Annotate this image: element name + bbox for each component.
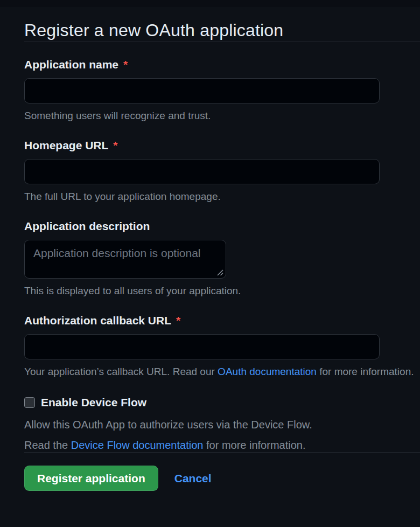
- textarea-resize-handle-icon[interactable]: [216, 268, 225, 277]
- device-flow-description: Allow this OAuth App to authorize users …: [24, 418, 420, 432]
- device-flow-section: Enable Device Flow Allow this OAuth App …: [24, 396, 420, 452]
- device-flow-docs-note: Read the Device Flow documentation for m…: [24, 439, 420, 452]
- callback-url-input[interactable]: [24, 334, 380, 359]
- callback-url-helper-suffix: for more information.: [317, 366, 414, 377]
- title-divider: [24, 41, 420, 41]
- enable-device-flow-row: Enable Device Flow: [24, 396, 420, 409]
- callback-url-helper-prefix: Your application’s callback URL. Read ou…: [24, 366, 218, 377]
- cancel-button[interactable]: Cancel: [174, 472, 212, 485]
- required-asterisk: *: [176, 314, 180, 328]
- required-asterisk: *: [113, 138, 117, 152]
- oauth-documentation-link[interactable]: OAuth documentation: [218, 366, 317, 377]
- homepage-url-label: Homepage URL *: [24, 138, 420, 152]
- page-title: Register a new OAuth application: [24, 19, 420, 41]
- actions-divider: [24, 452, 420, 453]
- homepage-url-label-text: Homepage URL: [24, 138, 108, 152]
- enable-device-flow-label[interactable]: Enable Device Flow: [41, 396, 146, 409]
- callback-url-label: Authorization callback URL *: [24, 314, 420, 328]
- callback-url-label-text: Authorization callback URL: [24, 314, 171, 328]
- application-description-label-text: Application description: [24, 219, 150, 233]
- application-description-label: Application description: [24, 219, 420, 233]
- callback-url-helper: Your application’s callback URL. Read ou…: [24, 365, 420, 378]
- homepage-url-helper: The full URL to your application homepag…: [24, 190, 420, 203]
- form-group-callback-url: Authorization callback URL * Your applic…: [24, 314, 420, 378]
- enable-device-flow-checkbox[interactable]: [24, 397, 35, 408]
- application-description-field: [24, 240, 226, 279]
- application-name-helper: Something users will recognize and trust…: [24, 109, 420, 122]
- homepage-url-input[interactable]: [24, 159, 380, 184]
- settings-content: Register a new OAuth application Applica…: [0, 19, 420, 491]
- form-group-application-description: Application description This is displaye…: [24, 219, 420, 297]
- device-flow-docs-prefix: Read the: [24, 439, 71, 451]
- application-description-helper: This is displayed to all users of your a…: [24, 285, 420, 297]
- form-group-homepage-url: Homepage URL * The full URL to your appl…: [24, 138, 420, 203]
- application-name-input[interactable]: [24, 78, 380, 103]
- register-application-button[interactable]: Register application: [24, 466, 158, 491]
- device-flow-docs-suffix: for more information.: [203, 439, 305, 451]
- top-edge-strip: [0, 0, 420, 7]
- application-description-textarea[interactable]: [24, 240, 226, 279]
- application-name-label: Application name *: [24, 58, 420, 72]
- device-flow-documentation-link[interactable]: Device Flow documentation: [71, 439, 204, 451]
- oauth-app-form: Application name * Something users will …: [24, 58, 420, 491]
- application-name-label-text: Application name: [24, 58, 118, 72]
- form-group-application-name: Application name * Something users will …: [24, 58, 420, 122]
- oauth-app-registration-page: { "theme": { "background": "#0d1117", "t…: [0, 0, 420, 527]
- form-actions: Register application Cancel: [24, 466, 420, 491]
- required-asterisk: *: [123, 58, 128, 72]
